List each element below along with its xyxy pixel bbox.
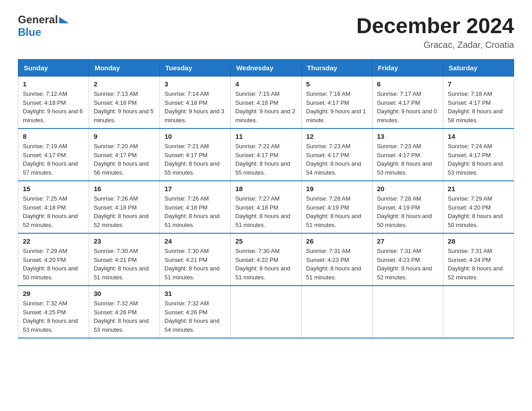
calendar-cell: 30Sunrise: 7:32 AMSunset: 4:26 PMDayligh… [89, 286, 160, 338]
day-number: 1 [23, 80, 84, 88]
day-number: 22 [23, 237, 84, 245]
calendar-cell: 14Sunrise: 7:24 AMSunset: 4:17 PMDayligh… [443, 128, 514, 181]
day-info: Sunrise: 7:31 AMSunset: 4:24 PMDaylight:… [448, 247, 509, 282]
logo-triangle-icon [59, 17, 69, 23]
day-number: 9 [94, 133, 155, 140]
calendar-cell: 5Sunrise: 7:16 AMSunset: 4:17 PMDaylight… [301, 77, 372, 129]
day-of-week-header: Sunday [18, 60, 89, 77]
day-number: 23 [94, 237, 155, 245]
day-number: 28 [448, 237, 509, 245]
day-info: Sunrise: 7:22 AMSunset: 4:17 PMDaylight:… [235, 142, 296, 177]
day-info: Sunrise: 7:28 AMSunset: 4:19 PMDaylight:… [377, 194, 438, 229]
calendar-cell: 6Sunrise: 7:17 AMSunset: 4:17 PMDaylight… [372, 77, 443, 129]
calendar-week-row: 8Sunrise: 7:19 AMSunset: 4:17 PMDaylight… [18, 128, 514, 181]
day-number: 17 [164, 185, 226, 193]
day-info: Sunrise: 7:29 AMSunset: 4:20 PMDaylight:… [23, 247, 84, 282]
calendar-cell: 1Sunrise: 7:12 AMSunset: 4:18 PMDaylight… [18, 77, 89, 129]
calendar-table: SundayMondayTuesdayWednesdayThursdayFrid… [18, 59, 514, 338]
day-info: Sunrise: 7:30 AMSunset: 4:21 PMDaylight:… [94, 247, 155, 282]
day-info: Sunrise: 7:14 AMSunset: 4:18 PMDaylight:… [164, 90, 226, 124]
day-number: 31 [164, 290, 226, 297]
calendar-cell [231, 286, 301, 338]
day-info: Sunrise: 7:17 AMSunset: 4:17 PMDaylight:… [377, 90, 438, 124]
day-of-week-header: Tuesday [160, 60, 231, 77]
day-number: 11 [235, 133, 296, 140]
day-number: 4 [235, 80, 296, 88]
calendar-cell: 18Sunrise: 7:27 AMSunset: 4:18 PMDayligh… [231, 181, 301, 233]
day-info: Sunrise: 7:28 AMSunset: 4:19 PMDaylight:… [306, 194, 368, 229]
logo: General Blue [18, 13, 69, 39]
day-number: 29 [23, 290, 84, 297]
day-of-week-header: Wednesday [231, 60, 301, 77]
day-info: Sunrise: 7:31 AMSunset: 4:23 PMDaylight:… [377, 247, 438, 282]
calendar-cell: 2Sunrise: 7:13 AMSunset: 4:18 PMDaylight… [89, 77, 160, 129]
day-info: Sunrise: 7:26 AMSunset: 4:18 PMDaylight:… [164, 194, 226, 229]
day-number: 24 [164, 237, 226, 245]
calendar-cell: 15Sunrise: 7:25 AMSunset: 4:18 PMDayligh… [18, 181, 89, 233]
calendar-week-row: 29Sunrise: 7:32 AMSunset: 4:25 PMDayligh… [18, 286, 514, 338]
calendar-cell: 11Sunrise: 7:22 AMSunset: 4:17 PMDayligh… [231, 128, 301, 181]
day-number: 18 [235, 185, 296, 193]
day-info: Sunrise: 7:24 AMSunset: 4:17 PMDaylight:… [448, 142, 509, 177]
day-info: Sunrise: 7:21 AMSunset: 4:17 PMDaylight:… [164, 142, 226, 177]
day-number: 20 [377, 185, 438, 193]
calendar-cell: 4Sunrise: 7:15 AMSunset: 4:18 PMDaylight… [231, 77, 301, 129]
day-number: 5 [306, 80, 368, 88]
day-number: 19 [306, 185, 368, 193]
day-info: Sunrise: 7:23 AMSunset: 4:17 PMDaylight:… [377, 142, 438, 177]
day-number: 16 [94, 185, 155, 193]
calendar-cell: 20Sunrise: 7:28 AMSunset: 4:19 PMDayligh… [372, 181, 443, 233]
logo-general-text: General [18, 13, 58, 26]
calendar-cell: 8Sunrise: 7:19 AMSunset: 4:17 PMDaylight… [18, 128, 89, 181]
day-number: 13 [377, 133, 438, 140]
subtitle: Gracac, Zadar, Croatia [356, 40, 514, 50]
day-info: Sunrise: 7:32 AMSunset: 4:26 PMDaylight:… [164, 299, 226, 334]
calendar-cell: 24Sunrise: 7:30 AMSunset: 4:21 PMDayligh… [160, 233, 231, 286]
day-info: Sunrise: 7:31 AMSunset: 4:23 PMDaylight:… [306, 247, 368, 282]
calendar-week-row: 15Sunrise: 7:25 AMSunset: 4:18 PMDayligh… [18, 181, 514, 233]
calendar-cell: 23Sunrise: 7:30 AMSunset: 4:21 PMDayligh… [89, 233, 160, 286]
calendar-cell: 7Sunrise: 7:18 AMSunset: 4:17 PMDaylight… [443, 77, 514, 129]
calendar-cell: 3Sunrise: 7:14 AMSunset: 4:18 PMDaylight… [160, 77, 231, 129]
day-info: Sunrise: 7:20 AMSunset: 4:17 PMDaylight:… [94, 142, 155, 177]
day-number: 12 [306, 133, 368, 140]
calendar-cell: 21Sunrise: 7:29 AMSunset: 4:20 PMDayligh… [443, 181, 514, 233]
day-number: 27 [377, 237, 438, 245]
day-info: Sunrise: 7:30 AMSunset: 4:21 PMDaylight:… [164, 247, 226, 282]
calendar-cell: 19Sunrise: 7:28 AMSunset: 4:19 PMDayligh… [301, 181, 372, 233]
day-info: Sunrise: 7:29 AMSunset: 4:20 PMDaylight:… [448, 194, 509, 229]
day-info: Sunrise: 7:19 AMSunset: 4:17 PMDaylight:… [23, 142, 84, 177]
main-title: December 2024 [356, 13, 514, 38]
day-info: Sunrise: 7:27 AMSunset: 4:18 PMDaylight:… [235, 194, 296, 229]
day-info: Sunrise: 7:25 AMSunset: 4:18 PMDaylight:… [23, 194, 84, 229]
day-info: Sunrise: 7:30 AMSunset: 4:22 PMDaylight:… [235, 247, 296, 282]
day-number: 15 [23, 185, 84, 193]
calendar-cell: 10Sunrise: 7:21 AMSunset: 4:17 PMDayligh… [160, 128, 231, 181]
day-info: Sunrise: 7:23 AMSunset: 4:17 PMDaylight:… [306, 142, 368, 177]
day-info: Sunrise: 7:12 AMSunset: 4:18 PMDaylight:… [23, 90, 84, 124]
calendar-cell: 29Sunrise: 7:32 AMSunset: 4:25 PMDayligh… [18, 286, 89, 338]
day-number: 6 [377, 80, 438, 88]
title-area: December 2024 Gracac, Zadar, Croatia [356, 13, 514, 50]
day-number: 30 [94, 290, 155, 297]
day-number: 7 [448, 80, 509, 88]
day-number: 26 [306, 237, 368, 245]
day-info: Sunrise: 7:26 AMSunset: 4:18 PMDaylight:… [94, 194, 155, 229]
day-info: Sunrise: 7:13 AMSunset: 4:18 PMDaylight:… [94, 90, 155, 124]
day-number: 25 [235, 237, 296, 245]
day-info: Sunrise: 7:18 AMSunset: 4:17 PMDaylight:… [448, 90, 509, 124]
calendar-header-row: SundayMondayTuesdayWednesdayThursdayFrid… [18, 60, 514, 77]
calendar-cell [443, 286, 514, 338]
calendar-cell: 9Sunrise: 7:20 AMSunset: 4:17 PMDaylight… [89, 128, 160, 181]
day-of-week-header: Friday [372, 60, 443, 77]
calendar-cell [301, 286, 372, 338]
calendar-cell: 13Sunrise: 7:23 AMSunset: 4:17 PMDayligh… [372, 128, 443, 181]
day-info: Sunrise: 7:16 AMSunset: 4:17 PMDaylight:… [306, 90, 368, 124]
day-number: 21 [448, 185, 509, 193]
calendar-cell [372, 286, 443, 338]
page-header: General Blue December 2024 Gracac, Zadar… [18, 13, 514, 50]
calendar-cell: 28Sunrise: 7:31 AMSunset: 4:24 PMDayligh… [443, 233, 514, 286]
calendar-cell: 27Sunrise: 7:31 AMSunset: 4:23 PMDayligh… [372, 233, 443, 286]
calendar-cell: 31Sunrise: 7:32 AMSunset: 4:26 PMDayligh… [160, 286, 231, 338]
day-of-week-header: Saturday [443, 60, 514, 77]
